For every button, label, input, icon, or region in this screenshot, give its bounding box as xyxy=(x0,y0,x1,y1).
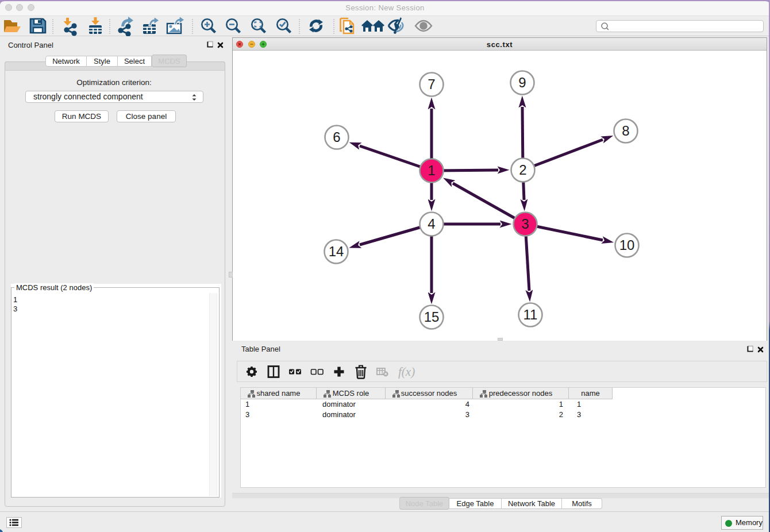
svg-text:10: 10 xyxy=(619,237,635,253)
svg-text:3: 3 xyxy=(521,216,529,232)
svg-text:7: 7 xyxy=(428,76,435,92)
svg-text:8: 8 xyxy=(622,123,629,138)
svg-text:2: 2 xyxy=(519,162,526,178)
svg-text:14: 14 xyxy=(329,244,344,259)
svg-text:15: 15 xyxy=(424,309,440,325)
svg-text:11: 11 xyxy=(523,307,538,322)
svg-text:6: 6 xyxy=(333,129,340,145)
svg-text:1: 1 xyxy=(428,163,435,178)
svg-text:f(x): f(x) xyxy=(398,365,415,379)
svg-text:9: 9 xyxy=(518,75,526,90)
svg-text:4: 4 xyxy=(428,216,435,232)
